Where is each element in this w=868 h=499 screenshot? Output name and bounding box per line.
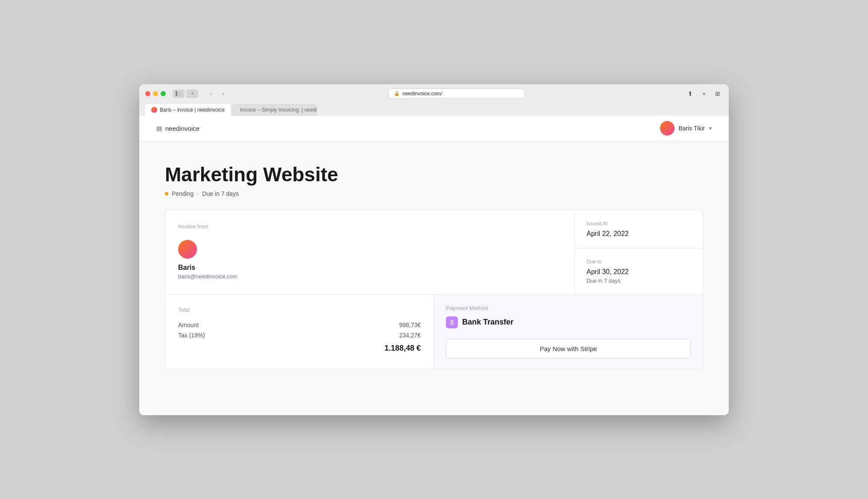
- nav-buttons: ‹ ›: [206, 89, 228, 99]
- invoice-from-section: Invoice from Baris baris@needinvoice.com: [165, 210, 575, 294]
- pay-now-button[interactable]: Pay Now with Stripe: [446, 339, 691, 359]
- due-date-value: April 30, 2022: [586, 268, 691, 276]
- traffic-lights: [145, 91, 166, 96]
- back-button[interactable]: ‹: [206, 89, 216, 99]
- invoice-dates-section: Issued At April 22, 2022 Due to April 30…: [575, 210, 703, 294]
- sidebar-toggle[interactable]: [173, 89, 185, 98]
- stripe-icon: S: [446, 316, 458, 328]
- maximize-button[interactable]: [161, 91, 166, 96]
- chevron-down-tab[interactable]: ▾: [186, 89, 198, 98]
- url-text: needinvoice.com/: [402, 91, 442, 97]
- status-separator: ·: [197, 190, 199, 197]
- user-menu[interactable]: Baris Tikir ▾: [660, 121, 712, 136]
- tab-label-1: Baris – invoice | needinvoice: [160, 107, 225, 113]
- new-tab-icon[interactable]: +: [699, 89, 709, 99]
- address-bar[interactable]: 🔒 needinvoice.com/: [388, 89, 525, 99]
- payment-section: Payment Method S Bank Transfer Pay Now w…: [434, 295, 703, 369]
- due-label: Due in 7 days: [202, 190, 239, 197]
- page-content: ▤ needinvoice Baris Tikir ▾ Marketing We…: [139, 116, 729, 415]
- invoice-grid: Invoice from Baris baris@needinvoice.com…: [165, 210, 703, 294]
- main-content: Marketing Website Pending · Due in 7 day…: [139, 142, 729, 415]
- share-icon[interactable]: ⬆: [685, 89, 695, 99]
- tax-line: Tax (19%) 234,27€: [178, 332, 421, 339]
- browser-toolbar-right: ⬆ + ⊞: [685, 89, 723, 99]
- app-navbar: ▤ needinvoice Baris Tikir ▾: [139, 116, 729, 142]
- forward-button[interactable]: ›: [218, 89, 228, 99]
- svg-rect-1: [178, 91, 182, 96]
- amount-label: Amount: [178, 322, 199, 328]
- invoice-title: Marketing Website: [165, 163, 703, 186]
- sender-name: Baris: [178, 264, 561, 272]
- amount-line: Amount 998,73€: [178, 322, 421, 328]
- due-to-label: Due to: [586, 259, 691, 265]
- total-value: 1.188,48 €: [384, 344, 421, 353]
- payment-method: S Bank Transfer: [446, 316, 691, 328]
- address-bar-container: 🔒 needinvoice.com/: [232, 89, 682, 99]
- browser-titlebar: ▾ ‹ › 🔒 needinvoice.com/ ⬆ + ⊞ Baris –: [139, 84, 729, 116]
- issued-at-label: Issued At: [586, 221, 691, 227]
- minimize-button[interactable]: [153, 91, 158, 96]
- lock-icon: 🔒: [394, 91, 400, 96]
- invoice-card: Invoice from Baris baris@needinvoice.com…: [165, 210, 703, 369]
- amount-value: 998,73€: [399, 322, 421, 328]
- invoice-bottom: Total Amount 998,73€ Tax (19%) 234,27€ 1…: [165, 294, 703, 369]
- avatar: [660, 121, 674, 136]
- tab-inactive[interactable]: invoice – Simply Invoicing. | needinvoic…: [232, 104, 317, 116]
- logo-text: needinvoice: [165, 125, 199, 132]
- window-buttons: ▾: [173, 89, 198, 98]
- close-button[interactable]: [145, 91, 150, 96]
- payment-name: Bank Transfer: [462, 318, 513, 327]
- totals-section: Total Amount 998,73€ Tax (19%) 234,27€ 1…: [165, 295, 434, 369]
- due-to-section: Due to April 30, 2022 Due in 7 days: [575, 248, 703, 294]
- due-days: Due in 7 days: [586, 278, 691, 284]
- status-label: Pending: [172, 190, 194, 197]
- payment-method-label: Payment Method: [446, 305, 691, 311]
- browser-window: ▾ ‹ › 🔒 needinvoice.com/ ⬆ + ⊞ Baris –: [139, 84, 729, 415]
- svg-rect-0: [176, 91, 177, 96]
- user-name: Baris Tikir: [679, 125, 705, 132]
- tab-active[interactable]: Baris – invoice | needinvoice: [145, 104, 231, 116]
- browser-tabs: Baris – invoice | needinvoice invoice – …: [145, 104, 723, 116]
- issued-at-section: Issued At April 22, 2022: [575, 210, 703, 248]
- tab-favicon-1: [151, 107, 157, 113]
- tax-label: Tax (19%): [178, 332, 205, 339]
- status-dot: [165, 192, 168, 195]
- logo-icon: ▤: [156, 125, 162, 132]
- sender-email: baris@needinvoice.com: [178, 273, 561, 280]
- tax-value: 234,27€: [399, 332, 421, 339]
- totals-title: Total: [178, 307, 421, 313]
- app-logo: ▤ needinvoice: [156, 125, 199, 132]
- grid-icon[interactable]: ⊞: [713, 89, 723, 99]
- issued-at-date: April 22, 2022: [586, 230, 691, 238]
- invoice-status: Pending · Due in 7 days: [165, 190, 703, 197]
- total-line: 1.188,48 €: [178, 344, 421, 353]
- chevron-down-icon: ▾: [709, 125, 712, 131]
- sender-avatar: [178, 240, 197, 259]
- tab-label-2: invoice – Simply Invoicing. | needinvoic…: [240, 107, 317, 113]
- invoice-from-label: Invoice from: [178, 223, 561, 230]
